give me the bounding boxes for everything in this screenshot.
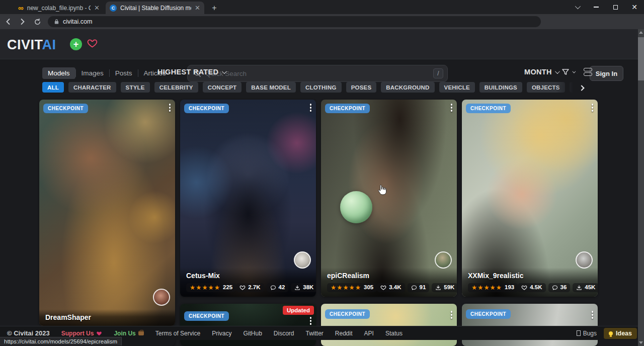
card-menu-icon[interactable]: [451, 311, 453, 319]
footer-link-terms[interactable]: Terms of Service: [155, 330, 200, 337]
search-shortcut-badge: /: [433, 68, 443, 78]
window-controls: ✕: [568, 0, 644, 14]
search-input[interactable]: [206, 70, 429, 77]
card-menu-icon[interactable]: [451, 104, 453, 112]
category-chip[interactable]: BUILDINGS: [479, 82, 522, 93]
new-tab-button[interactable]: +: [209, 3, 219, 13]
category-chip[interactable]: BACKGROUND: [381, 82, 434, 93]
card-title-band: XXMix_9realistic ★★★★★ 193 4.5K 36: [462, 268, 598, 297]
model-card-epicrealism[interactable]: CHECKPOINT epiCRealism ★★★★★ 305 3.4K 91: [321, 100, 457, 297]
card-menu-icon[interactable]: [310, 104, 312, 112]
colab-icon: ∞: [18, 4, 24, 12]
model-card-cetus-mix[interactable]: CHECKPOINT Cetus-Mix ★★★★★ 225 2.7K 42: [180, 100, 316, 297]
tab-close-icon[interactable]: ✕: [94, 4, 100, 12]
card-menu-icon[interactable]: [310, 317, 312, 325]
creator-avatar[interactable]: [294, 251, 311, 269]
tab-posts[interactable]: Posts: [110, 67, 138, 79]
search-box[interactable]: /: [187, 65, 448, 82]
category-chip[interactable]: CONCEPT: [203, 82, 242, 93]
support-us-link[interactable]: Support Us: [61, 330, 103, 337]
creator-avatar[interactable]: [153, 289, 170, 306]
address-bar[interactable]: civitai.com: [48, 16, 541, 27]
model-type-badge: CHECKPOINT: [325, 104, 370, 113]
bug-icon: [577, 330, 581, 336]
tab-search-icon[interactable]: [568, 0, 587, 14]
maximize-button[interactable]: [606, 0, 625, 14]
model-card-dreamshaper[interactable]: CHECKPOINT DreamShaper: [39, 100, 175, 326]
category-chip[interactable]: CHARACTER: [68, 82, 116, 93]
tab-title: Civitai | Stable Diffusion models,: [120, 5, 191, 12]
scroll-up-icon[interactable]: [638, 29, 644, 36]
layout-toggle-icon[interactable]: [584, 68, 592, 76]
footer-link-reddit[interactable]: Reddit: [335, 330, 353, 337]
card-menu-icon[interactable]: [169, 104, 171, 112]
tab-images[interactable]: Images: [76, 67, 109, 79]
comment-icon: [270, 285, 276, 291]
card-stats: ★★★★★ 305 3.4K 91 59K: [327, 283, 451, 293]
download-icon: [294, 285, 300, 291]
footer-link-github[interactable]: GitHub: [243, 330, 262, 337]
civitai-favicon: C: [110, 5, 117, 12]
bugs-link[interactable]: Bugs: [577, 330, 597, 337]
forward-icon[interactable]: [16, 15, 29, 28]
footer-link-discord[interactable]: Discord: [274, 330, 294, 337]
scrollbar-thumb[interactable]: [638, 37, 644, 80]
creator-avatar[interactable]: [435, 251, 452, 269]
categories-scroll-right[interactable]: [556, 80, 588, 96]
heart-icon: [521, 285, 527, 291]
category-chip[interactable]: BASE MODEL: [246, 82, 296, 93]
footer-link-twitter[interactable]: Twitter: [306, 330, 324, 337]
back-icon[interactable]: [2, 15, 15, 28]
model-card-xxmix9realistic[interactable]: CHECKPOINT XXMix_9realistic ★★★★★ 193 4.…: [462, 100, 598, 297]
download-icon: [576, 285, 582, 291]
model-type-badge: CHECKPOINT: [466, 309, 511, 319]
join-us-link[interactable]: Join Us: [114, 330, 143, 337]
category-chip[interactable]: CELEBRITY: [154, 82, 198, 93]
minimize-button[interactable]: [587, 0, 606, 14]
period-dropdown[interactable]: MONTH: [524, 68, 558, 76]
chevron-down-icon: [572, 69, 576, 73]
category-chip[interactable]: VEHICLE: [439, 82, 475, 93]
likes-pill: 4.5K: [518, 283, 545, 292]
heart-icon: [96, 330, 102, 336]
tab-colab[interactable]: ∞ new_colab_file.ipynb - Colaborat ✕: [14, 2, 104, 14]
likes-pill: 3.4K: [377, 283, 405, 292]
category-chip[interactable]: STYLE: [121, 82, 150, 93]
footer-link-status[interactable]: Status: [385, 330, 403, 337]
page-scrollbar[interactable]: [638, 29, 644, 346]
scroll-down-icon[interactable]: [638, 339, 644, 346]
comment-icon: [411, 285, 417, 291]
downloads-pill: 59K: [432, 283, 457, 292]
card-title-band: Cetus-Mix ★★★★★ 225 2.7K 42: [180, 268, 316, 297]
star-icons: ★★★★★: [471, 285, 502, 291]
card-menu-icon[interactable]: [592, 311, 594, 319]
model-type-badge: CHECKPOINT: [184, 104, 229, 113]
chevron-down-icon: [555, 69, 560, 74]
favorites-heart-icon[interactable]: [86, 38, 99, 52]
tab-close-icon[interactable]: ✕: [195, 4, 200, 12]
tab-civitai[interactable]: C Civitai | Stable Diffusion models, ✕: [106, 2, 204, 14]
tab-models[interactable]: Models: [42, 67, 75, 79]
comments-pill: 42: [267, 283, 289, 292]
card-menu-icon[interactable]: [592, 104, 594, 112]
footer-link-privacy[interactable]: Privacy: [212, 330, 231, 337]
category-chip[interactable]: CLOTHING: [300, 82, 342, 93]
rating-pill: ★★★★★ 193: [468, 283, 518, 293]
sort-dropdown[interactable]: HIGHEST RATED: [157, 68, 225, 76]
creator-avatar[interactable]: [576, 251, 593, 269]
model-type-badge: CHECKPOINT: [325, 309, 370, 319]
filter-dropdown[interactable]: [561, 68, 575, 76]
close-button[interactable]: ✕: [625, 0, 644, 14]
sign-in-button[interactable]: Sign In: [590, 66, 623, 81]
card-title-band: DreamShaper: [39, 309, 175, 326]
footer-link-api[interactable]: API: [364, 330, 374, 337]
likes-pill: 2.7K: [236, 283, 264, 292]
category-chip[interactable]: POSES: [346, 82, 377, 93]
reload-icon[interactable]: [31, 15, 44, 28]
create-plus-button[interactable]: +: [70, 38, 82, 50]
ideas-button[interactable]: Ideas: [604, 328, 637, 339]
category-chip[interactable]: ALL: [42, 82, 64, 93]
model-type-badge: CHECKPOINT: [184, 311, 229, 321]
civitai-logo[interactable]: CIVITAI: [7, 37, 56, 53]
screen: ∞ new_colab_file.ipynb - Colaborat ✕ C C…: [0, 0, 644, 346]
